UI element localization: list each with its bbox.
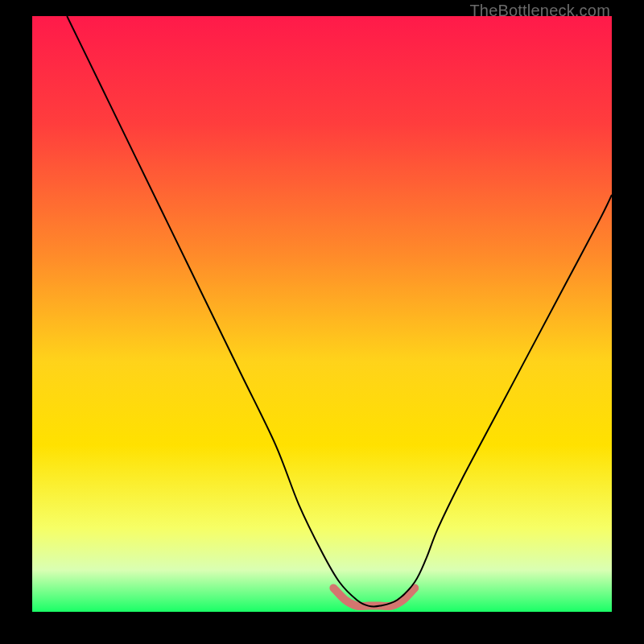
curve-layer [32, 16, 612, 612]
bottleneck-curve-line [67, 16, 612, 607]
plot-area [32, 16, 612, 612]
chart-container: TheBottleneck.com [0, 0, 644, 644]
